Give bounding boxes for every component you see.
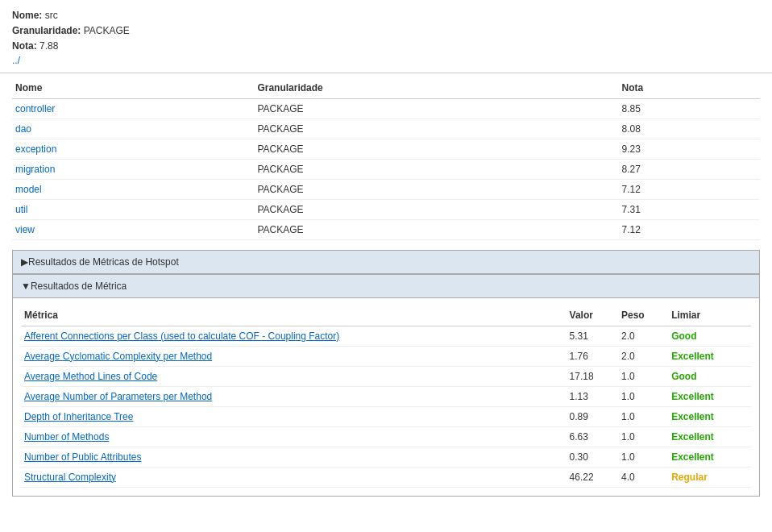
packages-table: Nome Granularidade Nota controller PACKA… — [12, 77, 760, 240]
metric-limiar: Excellent — [668, 447, 751, 467]
nota-line: Nota: 7.88 — [12, 39, 760, 54]
metric-limiar: Good — [668, 366, 751, 386]
metrics-table-body: Afferent Connections per Class (used to … — [21, 326, 751, 487]
metric-name[interactable]: Number of Public Attributes — [21, 447, 567, 467]
metric-valor: 0.89 — [567, 406, 618, 426]
nome-value: src — [45, 10, 58, 21]
metrics-row: Average Method Lines of Code 17.18 1.0 G… — [21, 366, 751, 386]
granularidade-value: PACKAGE — [84, 25, 130, 36]
package-nota: 8.85 — [619, 98, 760, 118]
metrics-row: Structural Complexity 46.22 4.0 Regular — [21, 467, 751, 487]
table-row: exception PACKAGE 9.23 — [12, 139, 760, 159]
main-table-section: Nome Granularidade Nota controller PACKA… — [0, 77, 772, 240]
metric-limiar: Excellent — [668, 426, 751, 447]
metric-peso: 1.0 — [618, 386, 668, 406]
table-row: model PACKAGE 7.12 — [12, 179, 760, 199]
package-granularidade: PACKAGE — [254, 199, 618, 219]
hotspot-arrow: ▶ — [21, 256, 28, 268]
hotspot-title: Resultados de Métricas de Hotspot — [28, 256, 179, 268]
granularidade-label: Granularidade: — [12, 25, 81, 36]
table-row: view PACKAGE 7.12 — [12, 219, 760, 239]
metrics-row: Depth of Inheritance Tree 0.89 1.0 Excel… — [21, 406, 751, 426]
metric-peso: 2.0 — [618, 346, 668, 366]
metric-valor: 0.30 — [567, 447, 618, 467]
metric-peso: 1.0 — [618, 406, 668, 426]
table-row: dao PACKAGE 8.08 — [12, 118, 760, 139]
package-granularidade: PACKAGE — [254, 219, 618, 239]
metric-valor: 1.76 — [567, 346, 618, 366]
metric-name[interactable]: Average Number of Parameters per Method — [21, 386, 567, 406]
metrics-header-row: Métrica Valor Peso Limiar — [21, 305, 751, 326]
table-header-row: Nome Granularidade Nota — [12, 77, 760, 99]
granularidade-line: Granularidade: PACKAGE — [12, 23, 760, 39]
package-nota: 9.23 — [619, 139, 760, 159]
metrics-arrow: ▼ — [21, 281, 31, 292]
package-nome-link[interactable]: controller — [12, 98, 254, 118]
col-peso: Peso — [618, 305, 668, 326]
nome-label: Nome: — [12, 10, 42, 21]
package-granularidade: PACKAGE — [254, 159, 618, 179]
metrics-title: Resultados de Métrica — [31, 281, 127, 292]
metric-valor: 46.22 — [567, 467, 618, 487]
metric-peso: 4.0 — [618, 467, 668, 487]
metrics-header[interactable]: ▼ Resultados de Métrica — [13, 275, 759, 298]
col-limiar: Limiar — [668, 305, 751, 326]
metric-name[interactable]: Average Method Lines of Code — [21, 366, 567, 386]
package-granularidade: PACKAGE — [254, 179, 618, 199]
metrics-content: Métrica Valor Peso Limiar Afferent Conne… — [13, 305, 759, 496]
table-body: controller PACKAGE 8.85 dao PACKAGE 8.08… — [12, 98, 760, 239]
package-nome-link[interactable]: model — [12, 179, 254, 199]
metric-valor: 1.13 — [567, 386, 618, 406]
nome-line: Nome: src — [12, 8, 760, 23]
nota-label: Nota: — [12, 40, 37, 52]
metric-name[interactable]: Depth of Inheritance Tree — [21, 406, 567, 426]
col-metrica: Métrica — [21, 305, 567, 326]
package-granularidade: PACKAGE — [254, 139, 618, 159]
package-granularidade: PACKAGE — [254, 118, 618, 139]
metric-valor: 17.18 — [567, 366, 618, 386]
metrics-row: Afferent Connections per Class (used to … — [21, 326, 751, 346]
table-row: migration PACKAGE 8.27 — [12, 159, 760, 179]
col-header-nota: Nota — [619, 77, 760, 99]
col-valor: Valor — [567, 305, 618, 326]
metric-name[interactable]: Number of Methods — [21, 426, 567, 447]
package-nome-link[interactable]: util — [12, 199, 254, 219]
package-nota: 7.12 — [619, 179, 760, 199]
hotspot-section: ▶ Resultados de Métricas de Hotspot — [12, 250, 760, 274]
metrics-row: Average Number of Parameters per Method … — [21, 386, 751, 406]
metric-peso: 1.0 — [618, 447, 668, 467]
hotspot-header[interactable]: ▶ Resultados de Métricas de Hotspot — [13, 251, 759, 273]
metrics-row: Number of Public Attributes 0.30 1.0 Exc… — [21, 447, 751, 467]
package-nota: 8.08 — [619, 118, 760, 139]
package-nota: 8.27 — [619, 159, 760, 179]
header-section: Nome: src Granularidade: PACKAGE Nota: 7… — [0, 0, 772, 73]
metrics-section: ▼ Resultados de Métrica Métrica Valor Pe… — [12, 274, 760, 497]
metric-peso: 1.0 — [618, 426, 668, 447]
col-header-nome: Nome — [12, 77, 254, 99]
package-nota: 7.12 — [619, 219, 760, 239]
metrics-row: Number of Methods 6.63 1.0 Excellent — [21, 426, 751, 447]
metric-name[interactable]: Average Cyclomatic Complexity per Method — [21, 346, 567, 366]
table-row: controller PACKAGE 8.85 — [12, 98, 760, 118]
table-row: util PACKAGE 7.31 — [12, 199, 760, 219]
package-granularidade: PACKAGE — [254, 98, 618, 118]
col-header-granularidade: Granularidade — [254, 77, 618, 99]
metrics-row: Average Cyclomatic Complexity per Method… — [21, 346, 751, 366]
package-nome-link[interactable]: dao — [12, 118, 254, 139]
metrics-table: Métrica Valor Peso Limiar Afferent Conne… — [21, 305, 751, 488]
package-nome-link[interactable]: migration — [12, 159, 254, 179]
nota-value: 7.88 — [39, 40, 58, 52]
package-nota: 7.31 — [619, 199, 760, 219]
metric-limiar: Regular — [668, 467, 751, 487]
package-nome-link[interactable]: view — [12, 219, 254, 239]
metric-name[interactable]: Structural Complexity — [21, 467, 567, 487]
back-link[interactable]: ../ — [12, 55, 20, 66]
metric-limiar: Good — [668, 326, 751, 346]
metric-name[interactable]: Afferent Connections per Class (used to … — [21, 326, 567, 346]
metric-limiar: Excellent — [668, 346, 751, 366]
metric-peso: 1.0 — [618, 366, 668, 386]
metric-valor: 5.31 — [567, 326, 618, 346]
metric-limiar: Excellent — [668, 406, 751, 426]
package-nome-link[interactable]: exception — [12, 139, 254, 159]
metric-peso: 2.0 — [618, 326, 668, 346]
